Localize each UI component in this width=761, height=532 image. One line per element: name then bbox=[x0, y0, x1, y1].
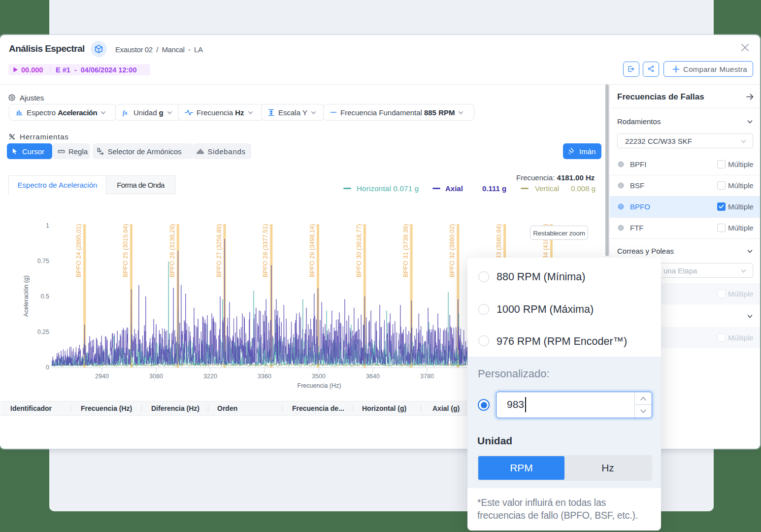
svg-text:BPFO 27 (3256,89): BPFO 27 (3256,89) bbox=[216, 224, 223, 277]
svg-text:Frecuencia (Hz): Frecuencia (Hz) bbox=[298, 382, 341, 389]
svg-text:3080: 3080 bbox=[149, 373, 163, 380]
svg-text:BPFO 29 (3498,14): BPFO 29 (3498,14) bbox=[309, 224, 316, 277]
svg-text:3780: 3780 bbox=[420, 373, 434, 380]
svg-text:3640: 3640 bbox=[366, 373, 380, 380]
svg-text:0.5: 0.5 bbox=[41, 293, 49, 300]
svg-text:0: 0 bbox=[46, 364, 49, 371]
svg-text:3220: 3220 bbox=[203, 373, 217, 380]
svg-text:BPFO 26 (3136,26): BPFO 26 (3136,26) bbox=[169, 224, 176, 277]
svg-text:BPFO 28 (3377,51): BPFO 28 (3377,51) bbox=[262, 224, 269, 277]
svg-text:BPFO 32 (3860,02): BPFO 32 (3860,02) bbox=[449, 224, 456, 277]
svg-text:BPFO 24 (2895,01): BPFO 24 (2895,01) bbox=[75, 224, 82, 277]
svg-text:0.25: 0.25 bbox=[37, 329, 49, 335]
svg-text:fx: fx bbox=[123, 109, 128, 116]
svg-text:2940: 2940 bbox=[95, 373, 109, 380]
svg-text:BPFO 25 (3015,64): BPFO 25 (3015,64) bbox=[122, 224, 129, 277]
svg-text:Aceleración (g): Aceleración (g) bbox=[23, 275, 30, 317]
svg-text:3500: 3500 bbox=[312, 373, 326, 380]
svg-text:BPFO 30 (3618,77): BPFO 30 (3618,77) bbox=[356, 224, 363, 277]
svg-text:3360: 3360 bbox=[258, 373, 271, 380]
svg-text:0.75: 0.75 bbox=[37, 258, 49, 265]
svg-text:BPFO 31 (3739,39): BPFO 31 (3739,39) bbox=[402, 224, 409, 277]
svg-text:1: 1 bbox=[46, 222, 49, 229]
